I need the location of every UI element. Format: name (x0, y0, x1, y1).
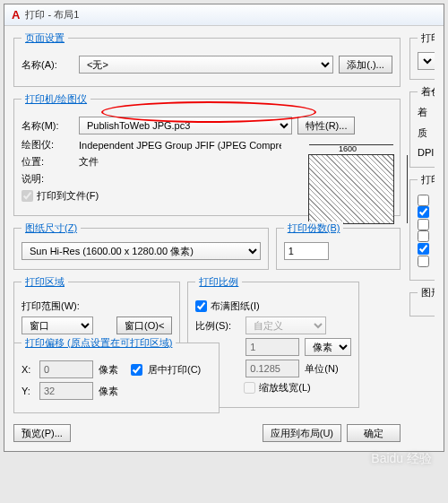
plotter-label: 绘图仪: (22, 138, 73, 152)
paper-size-group: 图纸尺寸(Z) Sun Hi-Res (1600.00 x 1280.00 像素… (13, 221, 269, 270)
lineweight-label: 缩放线宽(L) (259, 381, 310, 395)
print-to-file-label: 打印到文件(F) (37, 189, 99, 203)
page-setup-name-select[interactable]: <无> (79, 56, 333, 74)
rc6[interactable] (418, 256, 429, 267)
properties-button[interactable]: 特性(R)... (297, 117, 355, 134)
right-group-4: 图形 (409, 286, 435, 317)
range-select[interactable]: 窗口 (22, 317, 93, 334)
where-value: 文件 (79, 155, 99, 169)
rc5[interactable] (418, 243, 429, 255)
dim-width: 1600 (339, 144, 357, 153)
x-label: X: (22, 364, 34, 375)
add-button[interactable]: 添加(.)... (339, 56, 392, 74)
paper-preview: 1600 1280 (308, 154, 394, 224)
fit-checkbox[interactable] (195, 300, 207, 312)
scale-unit2-label: 单位(N) (305, 362, 338, 376)
x-input (39, 360, 93, 378)
y-unit: 像素 (99, 385, 118, 398)
ratio-select: 自定义 (246, 317, 326, 334)
right-group-1: 打印样 无 (409, 31, 435, 80)
where-label: 位置: (22, 155, 73, 169)
center-checkbox[interactable] (131, 364, 142, 376)
printer-name-label: 名称(M): (22, 119, 73, 133)
rc2[interactable] (418, 206, 429, 218)
ok-button[interactable]: 确定 (347, 424, 401, 442)
scale-unit2-input (246, 360, 299, 377)
copies-legend[interactable]: 打印份数(B) (288, 222, 340, 233)
watermark: Baidu 经验 (371, 451, 432, 467)
name-label: 名称(A): (22, 58, 73, 72)
copies-input[interactable] (284, 242, 329, 260)
ratio-label: 比例(S): (195, 319, 240, 333)
plot-area-legend[interactable]: 打印区域 (25, 276, 65, 287)
y-input (39, 382, 93, 400)
paper-size-legend[interactable]: 图纸尺寸(Z) (25, 222, 77, 233)
page-setup-group: 页面设置 名称(A): <无> 添加(.)... (13, 31, 401, 87)
fit-label: 布满图纸(I) (211, 299, 259, 313)
center-label: 居中打印(C) (148, 363, 201, 377)
window-button[interactable]: 窗口(O)< (116, 317, 172, 334)
printer-legend[interactable]: 打印机/绘图仪 (25, 93, 87, 104)
rc1[interactable] (418, 195, 429, 206)
printer-group: 打印机/绘图仪 名称(M): PublishToWeb JPG.pc3 特性(R… (13, 92, 401, 216)
scale-unit1-input (246, 338, 299, 356)
rc4[interactable] (418, 230, 429, 242)
rc3[interactable] (418, 219, 429, 230)
printer-name-select[interactable]: PublishToWeb JPG.pc3 (79, 117, 292, 134)
lineweight-checkbox (244, 382, 255, 394)
x-unit: 像素 (99, 363, 118, 377)
right-group-3: 打印 (409, 173, 435, 281)
desc-label: 说明: (22, 172, 73, 186)
preview-button[interactable]: 预览(P)... (13, 424, 71, 442)
paper-size-select[interactable]: Sun Hi-Res (1600.00 x 1280.00 像素) (22, 242, 261, 260)
scale-unit1-select[interactable]: 像素 (305, 338, 351, 356)
y-label: Y: (22, 386, 34, 396)
right-select-1[interactable]: 无 (418, 52, 435, 70)
print-to-file-checkbox (22, 190, 33, 202)
copies-group: 打印份数(B) (276, 221, 401, 270)
app-logo: A (12, 8, 20, 22)
window-title: 打印 - 布局1 (25, 8, 79, 22)
range-label: 打印范围(W): (22, 299, 80, 313)
apply-button[interactable]: 应用到布局(U) (263, 424, 341, 442)
offset-legend[interactable]: 打印偏移 (原点设置在可打印区域) (25, 337, 172, 348)
offset-group: 打印偏移 (原点设置在可打印区域) X: 像素 居中打印(C) Y: 像素 (13, 336, 220, 413)
right-group-2: 着色 着 质 DPI (409, 85, 435, 168)
scale-legend[interactable]: 打印比例 (199, 276, 238, 287)
page-setup-legend[interactable]: 页面设置 (25, 32, 65, 43)
titlebar: A 打印 - 布局1 (4, 4, 444, 26)
plotter-value: Independent JPEG Group JFIF (JPEG Compre… (79, 140, 281, 151)
